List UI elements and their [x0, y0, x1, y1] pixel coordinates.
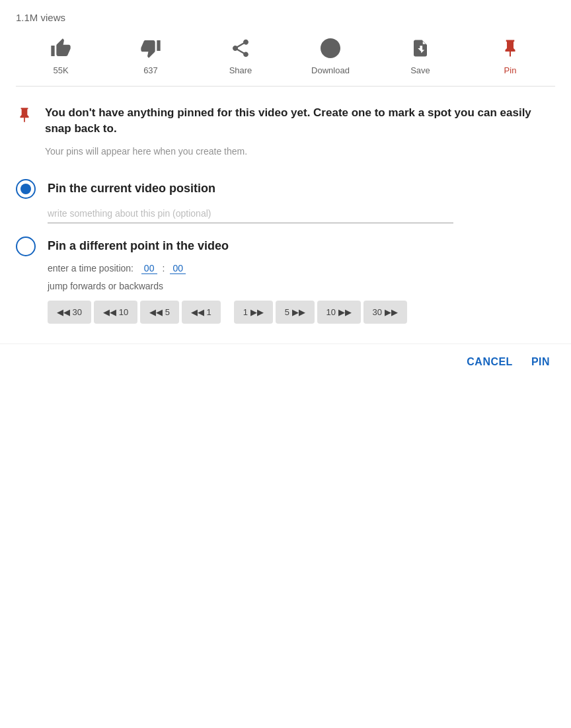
pin-notice: You don't have anything pinned for this …: [0, 87, 571, 163]
share-icon: [227, 35, 254, 61]
time-inputs[interactable]: 00 : 00: [141, 263, 186, 274]
pin-notice-subtext: Your pins will appear here when you crea…: [45, 146, 555, 157]
seek-forward-1[interactable]: 1 ▶▶: [234, 301, 273, 324]
thumbs-up-icon: [48, 35, 74, 61]
views-count: 1.1M views: [0, 0, 571, 30]
pin-different-label: Pin a different point in the video: [48, 239, 229, 253]
like-button[interactable]: 55K: [16, 35, 106, 75]
seek-back-group: ◀◀ 30 ◀◀ 10 ◀◀ 5 ◀◀ 1: [48, 301, 221, 324]
time-position-label: enter a time position: 00 : 00: [48, 263, 555, 274]
save-label: Save: [410, 65, 430, 75]
pin-option-current[interactable]: Pin the current video position: [16, 179, 555, 199]
download-label: Download: [311, 65, 350, 75]
share-label: Share: [229, 65, 252, 75]
save-icon: [407, 35, 434, 61]
seek-back-1[interactable]: ◀◀ 1: [182, 301, 221, 324]
time-position-section: enter a time position: 00 : 00 jump forw…: [48, 263, 555, 291]
seek-forward-30[interactable]: 30 ▶▶: [363, 301, 407, 324]
pin-options: Pin the current video position Pin a dif…: [0, 179, 571, 324]
pin-text-input-area: [48, 205, 555, 223]
action-bar: 55K 637 Share Download Save Pin: [16, 30, 555, 87]
seek-forward-5[interactable]: 5 ▶▶: [276, 301, 315, 324]
seek-back-5[interactable]: ◀◀ 5: [140, 301, 179, 324]
download-icon: [317, 35, 344, 61]
pin-icon: [497, 35, 523, 61]
pin-confirm-button[interactable]: PIN: [531, 356, 550, 368]
pin-button[interactable]: Pin: [465, 35, 555, 75]
seek-buttons-row: ◀◀ 30 ◀◀ 10 ◀◀ 5 ◀◀ 1 1 ▶▶ 5 ▶▶ 10 ▶▶ 30…: [48, 301, 555, 324]
share-button[interactable]: Share: [196, 35, 286, 75]
dislike-button[interactable]: 637: [106, 35, 196, 75]
seek-forward-10[interactable]: 10 ▶▶: [317, 301, 361, 324]
seek-forward-group: 1 ▶▶ 5 ▶▶ 10 ▶▶ 30 ▶▶: [234, 301, 407, 324]
pin-notice-heading: You don't have anything pinned for this …: [45, 105, 555, 137]
time-minutes[interactable]: 00: [170, 263, 186, 274]
seek-back-30[interactable]: ◀◀ 30: [48, 301, 91, 324]
pin-label: Pin: [504, 65, 517, 75]
save-button[interactable]: Save: [375, 35, 465, 75]
pin-current-label: Pin the current video position: [48, 182, 215, 196]
pin-notice-text: You don't have anything pinned for this …: [45, 105, 555, 157]
radio-different[interactable]: [16, 237, 36, 256]
pin-notice-icon: [16, 106, 33, 126]
pin-option-different[interactable]: Pin a different point in the video: [16, 237, 555, 256]
download-button[interactable]: Download: [286, 35, 375, 75]
like-count: 55K: [53, 65, 68, 75]
radio-current[interactable]: [16, 179, 36, 199]
cancel-button[interactable]: CANCEL: [467, 356, 513, 368]
thumbs-down-icon: [137, 35, 164, 61]
pin-note-input[interactable]: [48, 205, 453, 223]
seek-back-10[interactable]: ◀◀ 10: [94, 301, 137, 324]
time-hours[interactable]: 00: [141, 263, 157, 274]
dislike-count: 637: [143, 65, 158, 75]
jump-label: jump forwards or backwards: [48, 281, 555, 291]
bottom-actions: CANCEL PIN: [0, 344, 571, 386]
